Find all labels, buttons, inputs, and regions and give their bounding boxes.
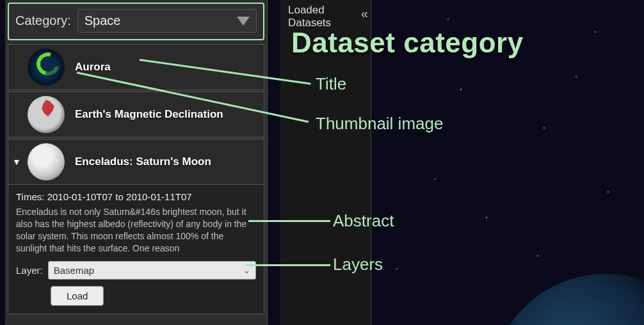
dataset-title: Aurora <box>75 61 111 74</box>
load-button[interactable]: Load <box>51 286 104 306</box>
category-select[interactable]: Space <box>77 9 257 33</box>
category-label: Category: <box>15 13 71 28</box>
dataset-title: Enceladus: Saturn's Moon <box>75 155 211 168</box>
collapse-caret-icon[interactable]: ▼ <box>12 157 21 167</box>
layer-row: Layer: Basemap ⌄ <box>16 261 256 280</box>
dataset-item-enceladus[interactable]: ▼ Enceladus: Saturn's Moon <box>8 139 264 185</box>
dataset-item-magnetic-declination[interactable]: Earth's Magnetic Declination <box>8 91 264 138</box>
abstract-text: Enceladus is not only Saturn&#146s brigh… <box>16 206 256 255</box>
thumbnail-declination-icon <box>28 96 65 133</box>
dataset-list: Aurora Earth's Magnetic Declination ▼ En… <box>5 42 267 314</box>
loaded-datasets-panel: Loaded Datasets « <box>280 0 371 325</box>
chevron-down-icon: ⌄ <box>243 266 250 275</box>
times-label: Times: <box>16 191 44 202</box>
layer-select[interactable]: Basemap ⌄ <box>48 261 256 280</box>
thumbnail-aurora-icon <box>28 49 65 86</box>
times-range: 2010-01-10T07 to 2010-01-11T07 <box>47 191 192 202</box>
loaded-header: Loaded Datasets « <box>280 1 371 29</box>
collapse-left-icon[interactable]: « <box>361 6 366 21</box>
layer-select-value: Basemap <box>54 265 94 276</box>
category-row: Category: Space <box>8 3 264 40</box>
dataset-title: Earth's Magnetic Declination <box>75 108 223 121</box>
dataset-browser-panel: Category: Space Aurora Earth's Magnetic … <box>5 0 268 325</box>
chevron-down-icon <box>237 17 250 26</box>
loaded-panel-title: Loaded Datasets <box>288 4 339 29</box>
dataset-details-enceladus: Times: 2010-01-10T07 to 2010-01-11T07 En… <box>8 185 264 314</box>
times-row: Times: 2010-01-10T07 to 2010-01-11T07 <box>16 191 256 202</box>
category-select-value: Space <box>85 13 121 28</box>
thumbnail-enceladus-icon <box>28 143 65 180</box>
layer-label: Layer: <box>16 265 43 276</box>
dataset-item-aurora[interactable]: Aurora <box>8 44 264 90</box>
